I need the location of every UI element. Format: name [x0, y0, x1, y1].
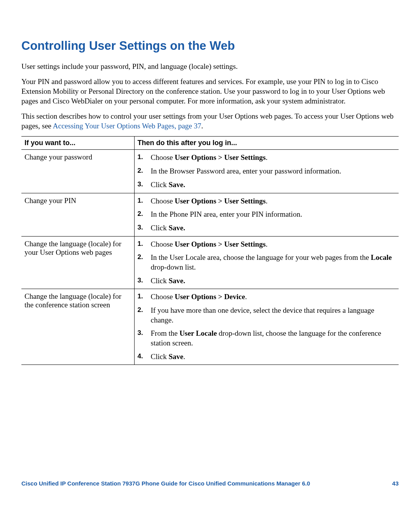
step-text: Click Save. — [151, 352, 396, 362]
intro-paragraph-3-post: . — [201, 122, 203, 130]
steps-list: 1.Choose User Options > User Settings.2.… — [138, 153, 396, 189]
table-row: Change the language (locale) for the con… — [21, 289, 399, 365]
step-item: 2.If you have more than one device, sele… — [138, 306, 396, 325]
step-number: 2. — [138, 166, 151, 175]
step-number: 1. — [138, 153, 151, 161]
step-number: 2. — [138, 253, 151, 261]
step-text: If you have more than one device, select… — [151, 306, 396, 325]
step-number: 1. — [138, 292, 151, 301]
step-number: 3. — [138, 223, 151, 232]
step-number: 2. — [138, 306, 151, 314]
step-item: 4.Click Save. — [138, 352, 396, 362]
table-header-want: If you want to... — [21, 137, 134, 150]
table-cell-want: Change your password — [21, 150, 134, 193]
instructions-table: If you want to... Then do this after you… — [21, 136, 399, 365]
steps-list: 1.Choose User Options > Device.2.If you … — [138, 292, 396, 361]
step-number: 1. — [138, 196, 151, 205]
intro-paragraph-2: Your PIN and password allow you to acces… — [21, 77, 399, 106]
link-accessing-user-options[interactable]: Accessing Your User Options Web Pages, p… — [53, 122, 201, 130]
step-text: Click Save. — [151, 180, 396, 190]
table-cell-steps: 1.Choose User Options > User Settings.2.… — [134, 150, 399, 193]
step-item: 3.Click Save. — [138, 276, 396, 286]
table-cell-want: Change the language (locale) for the con… — [21, 289, 134, 365]
step-item: 1.Choose User Options > User Settings. — [138, 196, 396, 206]
table-cell-want: Change the language (locale) for your Us… — [21, 236, 134, 289]
step-text: Choose User Options > User Settings. — [151, 240, 396, 249]
steps-list: 1.Choose User Options > User Settings.2.… — [138, 196, 396, 233]
page-title: Controlling User Settings on the Web — [21, 39, 399, 53]
step-item: 2.In the Phone PIN area, enter your PIN … — [138, 210, 396, 219]
step-item: 1.Choose User Options > User Settings. — [138, 153, 396, 163]
step-item: 2.In the User Locale area, choose the la… — [138, 253, 396, 272]
step-text: In the User Locale area, choose the lang… — [151, 253, 396, 272]
step-item: 2.In the Browser Password area, enter yo… — [138, 166, 396, 176]
footer-page-number: 43 — [392, 480, 399, 487]
step-text: Choose User Options > User Settings. — [151, 153, 396, 163]
intro-paragraph-1: User settings include your password, PIN… — [21, 61, 399, 71]
step-item: 1.Choose User Options > User Settings. — [138, 240, 396, 249]
table-cell-steps: 1.Choose User Options > User Settings.2.… — [134, 236, 399, 289]
step-item: 3.From the User Locale drop-down list, c… — [138, 329, 396, 348]
step-text: In the Phone PIN area, enter your PIN in… — [151, 210, 396, 219]
table-header-then: Then do this after you log in... — [134, 137, 399, 150]
step-number: 1. — [138, 240, 151, 248]
step-text: Choose User Options > User Settings. — [151, 196, 396, 206]
step-number: 2. — [138, 210, 151, 218]
step-item: 1.Choose User Options > Device. — [138, 292, 396, 302]
step-number: 3. — [138, 276, 151, 285]
step-text: Click Save. — [151, 276, 396, 286]
step-text: From the User Locale drop-down list, cho… — [151, 329, 396, 348]
step-number: 4. — [138, 352, 151, 361]
table-cell-steps: 1.Choose User Options > Device.2.If you … — [134, 289, 399, 365]
step-item: 3.Click Save. — [138, 223, 396, 233]
table-row: Change your password1.Choose User Option… — [21, 150, 399, 193]
table-row: Change the language (locale) for your Us… — [21, 236, 399, 289]
step-number: 3. — [138, 329, 151, 337]
step-number: 3. — [138, 180, 151, 189]
step-text: Click Save. — [151, 223, 396, 233]
footer-text: Cisco Unified IP Conference Station 7937… — [21, 480, 310, 487]
page-footer: Cisco Unified IP Conference Station 7937… — [21, 480, 399, 487]
step-text: In the Browser Password area, enter your… — [151, 166, 396, 176]
intro-paragraph-3: This section describes how to control yo… — [21, 111, 399, 131]
steps-list: 1.Choose User Options > User Settings.2.… — [138, 240, 396, 286]
table-cell-want: Change your PIN — [21, 193, 134, 236]
table-cell-steps: 1.Choose User Options > User Settings.2.… — [134, 193, 399, 236]
step-item: 3.Click Save. — [138, 180, 396, 190]
table-row: Change your PIN1.Choose User Options > U… — [21, 193, 399, 236]
step-text: Choose User Options > Device. — [151, 292, 396, 302]
